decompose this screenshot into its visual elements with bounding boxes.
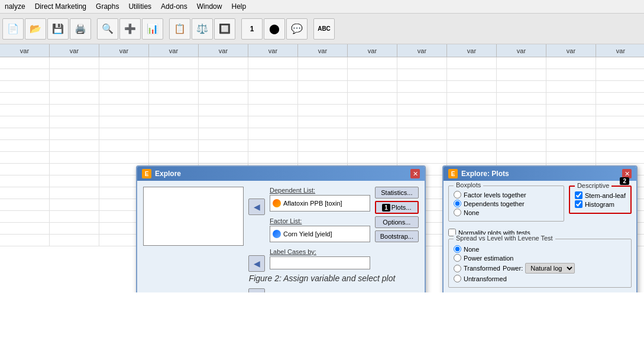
grid-cell[interactable] bbox=[397, 81, 447, 92]
toolbar-print[interactable]: 🖨️ bbox=[70, 18, 91, 40]
grid-row[interactable] bbox=[0, 57, 644, 69]
grid-cell[interactable] bbox=[397, 128, 447, 139]
grid-cell[interactable] bbox=[348, 140, 397, 151]
grid-cell[interactable] bbox=[149, 93, 199, 104]
grid-cell[interactable] bbox=[447, 116, 497, 128]
statistics-button[interactable]: Statistics... bbox=[375, 187, 419, 199]
menu-direct-marketing[interactable]: Direct Marketing bbox=[30, 1, 91, 12]
grid-cell[interactable] bbox=[596, 57, 644, 69]
grid-cell[interactable] bbox=[99, 81, 149, 92]
grid-cell[interactable] bbox=[298, 57, 348, 69]
grid-cell[interactable] bbox=[596, 105, 644, 116]
grid-cell[interactable] bbox=[546, 128, 596, 139]
grid-cell[interactable] bbox=[248, 57, 298, 69]
radio-power-estimation[interactable]: Power estimation bbox=[454, 254, 626, 262]
radio-power-input[interactable] bbox=[454, 254, 461, 262]
toolbar-insert[interactable]: ➕ bbox=[119, 18, 141, 40]
move-dependent-button[interactable]: ◀ bbox=[248, 199, 265, 215]
grid-cell[interactable] bbox=[50, 187, 99, 199]
grid-cell[interactable] bbox=[50, 235, 99, 246]
grid-cell[interactable] bbox=[149, 152, 199, 163]
grid-cell[interactable] bbox=[199, 105, 248, 116]
grid-row[interactable] bbox=[0, 105, 644, 116]
radio-factor-levels[interactable]: Factor levels together bbox=[454, 191, 559, 199]
grid-cell[interactable] bbox=[298, 81, 348, 92]
grid-cell[interactable] bbox=[99, 152, 149, 163]
grid-cell[interactable] bbox=[50, 128, 99, 139]
grid-cell[interactable] bbox=[50, 116, 99, 128]
grid-cell[interactable] bbox=[0, 81, 50, 92]
grid-cell[interactable] bbox=[348, 93, 397, 104]
toolbar-bubble[interactable]: 💬 bbox=[286, 18, 308, 40]
grid-row[interactable] bbox=[0, 93, 644, 105]
grid-cell[interactable] bbox=[497, 57, 546, 69]
grid-cell[interactable] bbox=[199, 81, 248, 92]
grid-cell[interactable] bbox=[497, 128, 546, 139]
grid-cell[interactable] bbox=[248, 93, 298, 104]
stem-leaf-checkbox[interactable] bbox=[575, 191, 582, 199]
grid-cell[interactable] bbox=[397, 116, 447, 128]
grid-cell[interactable] bbox=[397, 69, 447, 80]
grid-cell[interactable] bbox=[546, 105, 596, 116]
histogram-checkbox[interactable] bbox=[575, 200, 582, 208]
grid-cell[interactable] bbox=[447, 105, 497, 116]
grid-cell[interactable] bbox=[199, 140, 248, 151]
grid-cell[interactable] bbox=[0, 93, 50, 104]
grid-cell[interactable] bbox=[99, 128, 149, 139]
grid-cell[interactable] bbox=[0, 69, 50, 80]
stem-leaf-row[interactable]: Stem-and-leaf bbox=[575, 191, 626, 199]
grid-cell[interactable] bbox=[248, 105, 298, 116]
radio-dependents-input[interactable] bbox=[454, 200, 461, 207]
menu-addons[interactable]: Add-ons bbox=[156, 1, 192, 12]
toolbar-circle[interactable]: ⬤ bbox=[264, 18, 285, 40]
grid-cell[interactable] bbox=[50, 81, 99, 92]
grid-cell[interactable] bbox=[348, 57, 397, 69]
options-button[interactable]: Options... bbox=[375, 216, 419, 228]
grid-cell[interactable] bbox=[248, 81, 298, 92]
grid-cell[interactable] bbox=[248, 152, 298, 163]
plots-button[interactable]: 1Plots... bbox=[375, 201, 419, 214]
grid-cell[interactable] bbox=[397, 93, 447, 104]
grid-cell[interactable] bbox=[596, 81, 644, 92]
grid-cell[interactable] bbox=[248, 128, 298, 139]
toolbar-open[interactable]: 📂 bbox=[25, 18, 46, 40]
explore-close-button[interactable]: ✕ bbox=[410, 169, 420, 178]
grid-cell[interactable] bbox=[397, 152, 447, 163]
grid-cell[interactable] bbox=[50, 57, 99, 69]
grid-cell[interactable] bbox=[0, 140, 50, 151]
grid-cell[interactable] bbox=[199, 93, 248, 104]
grid-cell[interactable] bbox=[0, 116, 50, 128]
grid-cell[interactable] bbox=[50, 211, 99, 222]
grid-cell[interactable] bbox=[50, 69, 99, 80]
grid-cell[interactable] bbox=[149, 128, 199, 139]
grid-cell[interactable] bbox=[447, 152, 497, 163]
grid-cell[interactable] bbox=[50, 152, 99, 163]
radio-none-spread[interactable]: None bbox=[454, 245, 626, 253]
grid-cell[interactable] bbox=[298, 152, 348, 163]
grid-cell[interactable] bbox=[199, 69, 248, 80]
source-list-box[interactable] bbox=[143, 187, 244, 246]
grid-cell[interactable] bbox=[298, 116, 348, 128]
grid-cell[interactable] bbox=[497, 81, 546, 92]
grid-cell[interactable] bbox=[199, 57, 248, 69]
grid-cell[interactable] bbox=[199, 152, 248, 163]
grid-cell[interactable] bbox=[298, 140, 348, 151]
grid-cell[interactable] bbox=[397, 140, 447, 151]
grid-cell[interactable] bbox=[596, 116, 644, 128]
grid-cell[interactable] bbox=[0, 128, 50, 139]
grid-cell[interactable] bbox=[348, 81, 397, 92]
grid-cell[interactable] bbox=[99, 93, 149, 104]
grid-cell[interactable] bbox=[546, 116, 596, 128]
grid-cell[interactable] bbox=[0, 235, 50, 246]
grid-cell[interactable] bbox=[248, 69, 298, 80]
grid-cell[interactable] bbox=[50, 164, 99, 175]
toolbar-table[interactable]: 📋 bbox=[169, 18, 190, 40]
grid-cell[interactable] bbox=[546, 152, 596, 163]
menu-utilities[interactable]: Utilities bbox=[124, 1, 156, 12]
grid-cell[interactable] bbox=[99, 140, 149, 151]
grid-cell[interactable] bbox=[348, 128, 397, 139]
grid-cell[interactable] bbox=[248, 140, 298, 151]
grid-cell[interactable] bbox=[348, 69, 397, 80]
grid-cell[interactable] bbox=[0, 175, 50, 187]
grid-cell[interactable] bbox=[447, 81, 497, 92]
